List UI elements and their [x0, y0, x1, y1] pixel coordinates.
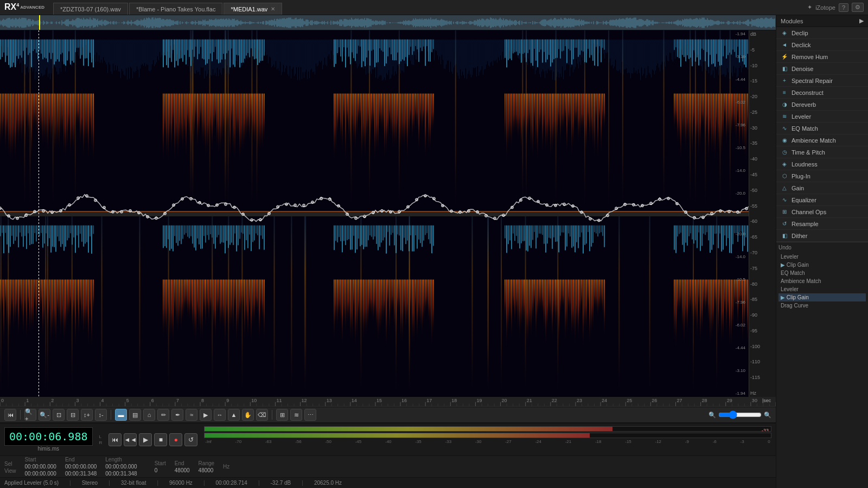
overview-waveform-bar[interactable] [0, 15, 776, 30]
timecode-sub-label: himis.ms [38, 446, 59, 452]
spectrogram-canvas [0, 30, 776, 397]
close-tab-icon[interactable]: ✕ [271, 6, 275, 12]
module-plug-in[interactable]: ⬡ Plug-In [776, 170, 868, 182]
spectrogram-container[interactable]: -1.94 -3.10 -4.44 -6.02 -7.96 -10.5 -14.… [0, 30, 776, 397]
zoom-icon-right[interactable]: 🔍 [764, 412, 771, 419]
ambience-match-label: Ambience Match [792, 137, 836, 144]
eq-match-label: EQ Match [792, 125, 818, 132]
module-time-pitch[interactable]: ◷ Time & Pitch [776, 146, 868, 158]
leveler-icon: ≋ [781, 113, 788, 120]
module-remove-hum[interactable]: ⚡ Remove Hum [776, 51, 868, 63]
loudness-label: Loudness [792, 161, 818, 168]
zoom-level-area: 🔍 🔍 [709, 410, 771, 419]
module-dither[interactable]: ◧ Dither [776, 230, 868, 242]
time-pitch-label: Time & Pitch [792, 149, 825, 156]
sel-end-vals: End 00:00:00.000 00:00:31.348 [65, 457, 97, 477]
ruler-tool[interactable]: ↔ [214, 409, 226, 421]
hz-unit-col: Hz [223, 464, 229, 470]
modules-header: Modules ▶ [776, 15, 868, 27]
module-equalizer[interactable]: ∿ Equalizer [776, 194, 868, 206]
record-btn[interactable]: ● [169, 433, 182, 446]
db-scale-left: -1.94 -3.10 -4.44 -6.02 -7.96 -10.5 -14.… [729, 30, 745, 397]
loop-btn[interactable]: ↺ [184, 433, 197, 446]
zoom-slider[interactable] [718, 410, 762, 419]
modules-expand-icon[interactable]: ▶ [859, 17, 864, 24]
meter-left: -33 [204, 426, 771, 432]
undo-item-clip-gain-1[interactable]: ▶ Clip Gain [778, 261, 866, 269]
module-channel-ops[interactable]: ⊞ Channel Ops [776, 206, 868, 218]
zoom-out-freq-btn[interactable]: ↕- [95, 409, 107, 421]
module-eq-match[interactable]: ∿ EQ Match [776, 123, 868, 134]
erase-tool[interactable]: ⌫ [256, 409, 268, 421]
lasso-tool[interactable]: ⌂ [143, 409, 155, 421]
undo-item-ambience-match[interactable]: Ambience Match [778, 277, 866, 285]
hz-range-col: Range 48000 [199, 460, 214, 473]
undo-item-leveler[interactable]: Leveler [778, 253, 866, 261]
channel-btn[interactable]: ≋ [290, 409, 302, 421]
leveler-label: Leveler [792, 113, 811, 120]
module-gain[interactable]: △ Gain [776, 182, 868, 194]
zoom-in-freq-btn[interactable]: ↕+ [81, 409, 93, 421]
help-icon[interactable]: ? [839, 3, 848, 12]
skip-to-start-btn[interactable]: ⏮ [4, 409, 16, 421]
freq-selection-tool[interactable]: ▤ [129, 409, 141, 421]
rewind-btn[interactable]: ◄◄ [124, 433, 137, 446]
gain-tool[interactable]: ▲ [228, 409, 240, 421]
module-ambience-match[interactable]: ◉ Ambience Match [776, 134, 868, 146]
harmonic-tool[interactable]: ≈ [186, 409, 197, 421]
app-logo: RX4 ADVANCED [4, 2, 44, 12]
time-selection-tool[interactable]: ▬ [115, 409, 127, 421]
play-tool[interactable]: ▶ [200, 409, 212, 421]
tab-2[interactable]: *Blame - Piano Takes You.flac [129, 3, 223, 15]
playhead[interactable] [39, 15, 40, 30]
declick-icon: ◄ [781, 41, 788, 49]
toolbar-sep-2 [111, 410, 111, 420]
module-loudness[interactable]: ◈ Loudness [776, 158, 868, 170]
pan-tool[interactable]: ✋ [242, 409, 254, 421]
equalizer-label: Equalizer [792, 197, 816, 203]
plug-in-icon: ⬡ [781, 172, 788, 180]
zoom-in-time-btn[interactable]: 🔍+ [24, 409, 36, 421]
module-leveler[interactable]: ≋ Leveler [776, 111, 868, 123]
extra-btn[interactable]: ⋯ [304, 409, 316, 421]
right-panel: Modules ▶ ◈ Declip ◄ Declick ⚡ Remove Hu… [776, 15, 868, 488]
undo-item-drag-curve[interactable]: Drag Curve [778, 301, 866, 310]
stop-btn[interactable]: ■ [154, 433, 167, 446]
zoom-full-btn[interactable]: ⊟ [67, 409, 79, 421]
module-denoise[interactable]: ◧ Denoise [776, 63, 868, 75]
module-declick[interactable]: ◄ Declick [776, 39, 868, 51]
transport-controls: ⏮ ◄◄ ▶ ■ ● ↺ [108, 433, 197, 446]
brush-tool[interactable]: ✏ [157, 409, 169, 421]
spectral-repair-icon: + [781, 77, 788, 85]
declip-icon: ◈ [781, 29, 788, 37]
pencil-tool[interactable]: ✒ [171, 409, 183, 421]
module-declip[interactable]: ◈ Declip [776, 27, 868, 39]
skip-start-btn[interactable]: ⏮ [108, 433, 122, 446]
freq-status: 20625.0 Hz [314, 480, 342, 486]
samplerate-status: 96000 Hz [169, 480, 193, 486]
module-spectral-repair[interactable]: + Spectral Repair [776, 75, 868, 87]
settings-icon[interactable]: ⚙ [852, 3, 864, 12]
tab-1[interactable]: *ZDZT03-07 (160).wav [53, 3, 128, 15]
zoom-out-time-btn[interactable]: 🔍- [39, 409, 50, 421]
mode-status: Stereo [82, 480, 98, 486]
izotope-symbol: ✦ [807, 4, 812, 11]
status-bar: Applied Leveler (5.0 s) | Stereo | 32-bi… [0, 477, 776, 488]
sel-length-vals: Length 00:00:00.000 00:00:31.348 [105, 457, 137, 477]
resample-icon: ↺ [781, 220, 788, 228]
transport-bar: 00:00:06.988 himis.ms L R ⏮ ◄◄ ▶ ■ ● ↺ -… [0, 423, 776, 455]
module-dereverb[interactable]: ◑ Dereverb [776, 99, 868, 111]
snap-btn[interactable]: ⊞ [276, 409, 288, 421]
main-layout: -1.94 -3.10 -4.44 -6.02 -7.96 -10.5 -14.… [0, 15, 868, 488]
zoom-sel-btn[interactable]: ⊡ [53, 409, 65, 421]
undo-item-eq-match[interactable]: EQ Match [778, 269, 866, 277]
undo-item-leveler-2[interactable]: Leveler [778, 285, 866, 293]
tab-3[interactable]: *MEDIA1.wav ✕ [224, 3, 282, 15]
zoom-icon-left[interactable]: 🔍 [709, 412, 716, 419]
channel-ops-label: Channel Ops [792, 209, 826, 215]
module-resample[interactable]: ↺ Resample [776, 218, 868, 230]
denoise-label: Denoise [792, 66, 813, 72]
undo-item-clip-gain-2[interactable]: ▶ Clip Gain [778, 293, 866, 301]
module-deconstruct[interactable]: ≡ Deconstruct [776, 87, 868, 99]
play-btn[interactable]: ▶ [139, 433, 152, 446]
